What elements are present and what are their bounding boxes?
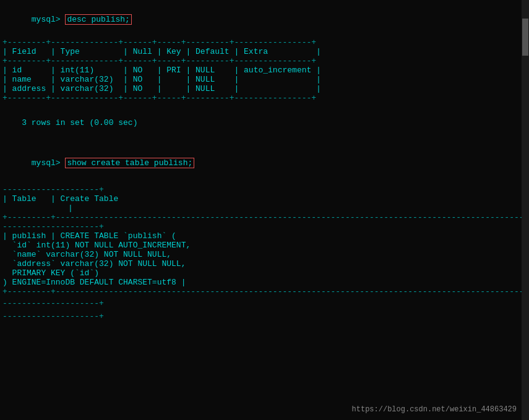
sep-top-1: +--------+--------------+------+-----+--… [0, 38, 529, 47]
divider-area-2: --------------------+ | publish | CREATE… [0, 222, 529, 296]
command-line-2: mysql> show create table publish; [0, 145, 529, 181]
table-header: | Field | Type | Null | Key | Default | … [0, 47, 529, 56]
create-row-1: | publish | CREATE TABLE `publish` ( [0, 231, 529, 241]
rows-result-text: 3 rows in set (0.00 sec) [22, 118, 137, 127]
dashed-sep-4: --------------------+ [0, 312, 529, 321]
show-create-block: mysql> show create table publish; [0, 144, 529, 181]
pipe-center: | [0, 204, 529, 213]
prompt-2: mysql> [32, 158, 66, 168]
command-2: show create table publish; [65, 158, 194, 168]
command-line-1: mysql> desc publish; [0, 1, 529, 38]
create-table-header: | Table | Create Table | [0, 194, 529, 204]
bottom-dividers: --------------------+ ------------------… [0, 299, 529, 321]
prompt-1: mysql> [32, 15, 66, 24]
table-row-id: | id | int(11) | NO | PRI | NULL | auto_… [0, 66, 529, 75]
divider-area-1: --------------------+ | Table | Create T… [0, 185, 529, 222]
create-row-6: ) ENGINE=InnoDB DEFAULT CHARSET=utf8 | [0, 278, 529, 287]
sep-mid-1: +--------+--------------+------+-----+--… [0, 56, 529, 66]
create-row-2: `id` int(11) NOT NULL AUTO_INCREMENT, [0, 241, 529, 250]
create-row-4: `address` varchar(32) NOT NULL NULL, [0, 259, 529, 268]
terminal: mysql> desc publish; +--------+---------… [0, 0, 529, 420]
table-row-name: | name | varchar(32) | NO | | NULL | | [0, 75, 529, 84]
dashed-sep-1: --------------------+ [0, 185, 529, 194]
watermark: https://blog.csdn.net/weixin_44863429 [352, 405, 517, 414]
dashed-sep-2: --------------------+ [0, 222, 529, 231]
full-sep-1: +---------+-----------------------------… [0, 213, 529, 222]
scrollbar-thumb[interactable] [522, 19, 528, 56]
command-1: desc publish; [65, 14, 131, 25]
desc-command-block: mysql> desc publish; +--------+---------… [0, 0, 529, 103]
full-sep-2: +---------+-----------------------------… [0, 287, 529, 296]
dashed-sep-3: --------------------+ [0, 299, 529, 308]
scrollbar[interactable] [522, 0, 529, 420]
create-row-5: PRIMARY KEY (`id`) [0, 268, 529, 278]
table-row-address: | address | varchar(32) | NO | | NULL | … [0, 84, 529, 93]
create-row-3: `name` varchar(32) NOT NULL NULL, [0, 250, 529, 259]
rows-result: 3 rows in set (0.00 sec) [0, 105, 529, 142]
sep-bot-1: +--------+--------------+------+-----+--… [0, 93, 529, 103]
